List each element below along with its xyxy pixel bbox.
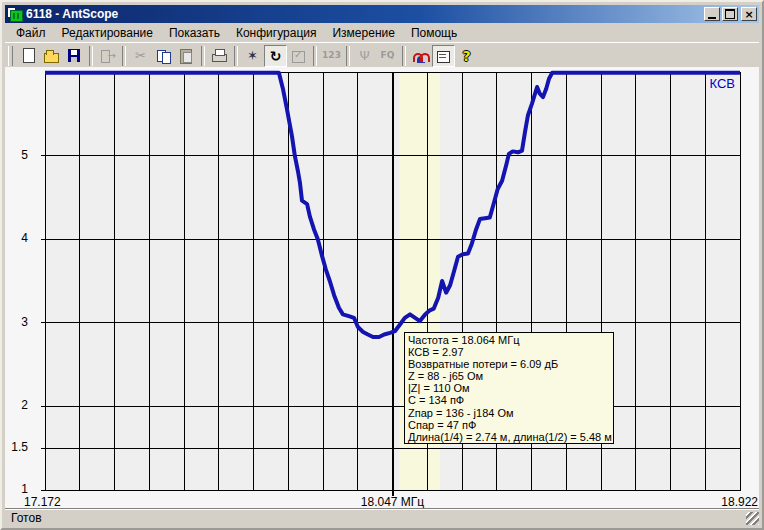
tooltip-line: Z = 88 - j65 Ом	[408, 370, 610, 382]
save-button[interactable]	[63, 45, 86, 67]
refresh-button[interactable]	[264, 45, 287, 67]
close-button[interactable]: ×	[741, 7, 757, 21]
circular-arrow-icon	[267, 48, 284, 64]
toolbar-separator	[346, 46, 350, 66]
star-burst-icon	[244, 48, 261, 64]
y-axis-label-2: 2	[5, 398, 28, 412]
maximize-icon	[725, 9, 735, 19]
menu-item-2[interactable]: Показать	[161, 25, 228, 42]
minimize-icon	[708, 17, 716, 19]
title-bar: 6118 - AntScope ×	[5, 5, 759, 23]
scissors-icon	[132, 48, 149, 64]
paste-button	[175, 45, 198, 67]
toolbar: 123FQ	[5, 42, 759, 68]
maximize-button[interactable]	[722, 7, 738, 21]
tooltip-line: C = 134 пФ	[408, 394, 610, 406]
question-mark-icon	[458, 48, 475, 64]
frequency-icon: FQ	[379, 48, 396, 64]
swr-series-label: КСВ	[710, 76, 736, 91]
open-button[interactable]	[40, 45, 63, 67]
toolbar-separator	[234, 46, 238, 66]
cut-button	[129, 45, 152, 67]
chart-client-area: 11.5234517.17218.047 МГц18.922 КСВ Часто…	[5, 67, 759, 509]
menu-item-0[interactable]: Файл	[8, 25, 54, 42]
wifi-button	[353, 45, 376, 67]
toolbar-separator	[122, 46, 126, 66]
open-folder-icon	[43, 48, 60, 64]
minimize-button[interactable]	[704, 7, 720, 21]
info-panel-icon	[435, 48, 452, 64]
x-axis-label-center: 18.047 МГц	[361, 495, 424, 509]
tooltip-line: Длина(1/4) = 2.74 м, длина(1/2) = 5.48 м	[408, 431, 610, 443]
tooltip-line: Спар = 47 пФ	[408, 419, 610, 431]
digits-icon: 123	[323, 48, 340, 64]
toolbar-separator	[402, 46, 406, 66]
printer-icon	[211, 48, 228, 64]
x-axis-label-right: 18.922	[721, 495, 758, 509]
tooltip-line: КСВ = 2.97	[408, 346, 610, 358]
notes-button[interactable]	[432, 45, 455, 67]
waves-button[interactable]	[409, 45, 432, 67]
fq-button: FQ	[376, 45, 399, 67]
chartcheck-button	[287, 45, 310, 67]
help-button[interactable]	[455, 45, 478, 67]
star-button[interactable]	[241, 45, 264, 67]
status-text: Готов	[11, 511, 42, 525]
export-button	[96, 45, 119, 67]
clipboard-icon	[178, 48, 195, 64]
tooltip-line: |Z| = 110 Ом	[408, 382, 610, 394]
y-axis-label-1.5: 1.5	[5, 440, 28, 454]
floppy-disk-icon	[66, 48, 83, 64]
toolbar-separator	[89, 46, 93, 66]
n123-button: 123	[320, 45, 343, 67]
y-axis-label-3: 3	[5, 315, 28, 329]
close-icon: ×	[744, 9, 753, 20]
x-axis-label-left: 17.172	[24, 495, 61, 509]
tooltip-line: Возвратные потери = 6.09 дБ	[408, 358, 610, 370]
toolbar-separator	[313, 46, 317, 66]
tooltip-line: Частота = 18.064 МГц	[408, 334, 610, 346]
antscope-app-icon	[7, 7, 23, 21]
analyzer-waves-icon	[412, 48, 429, 64]
resize-grip[interactable]	[746, 512, 759, 525]
measurement-tooltip: Частота = 18.064 МГцКСВ = 2.97Возвратные…	[404, 332, 614, 444]
menu-item-1[interactable]: Редактирование	[54, 25, 161, 42]
export-arrow-icon	[99, 48, 116, 64]
menu-item-3[interactable]: Конфигурация	[228, 25, 325, 42]
window-title: 6118 - AntScope	[26, 7, 704, 21]
toolbar-separator	[201, 46, 205, 66]
new-button[interactable]	[17, 45, 40, 67]
toolbar-drag-handle[interactable]	[8, 46, 13, 66]
chart-check-icon	[290, 48, 307, 64]
copy-button[interactable]	[152, 45, 175, 67]
menu-item-5[interactable]: Помощь	[403, 25, 465, 42]
blank-page-icon	[20, 48, 37, 64]
y-axis-label-5: 5	[5, 148, 28, 162]
antscope-window: 6118 - AntScope × ФайлРедактированиеПока…	[0, 0, 764, 530]
y-axis-label-1: 1	[5, 482, 28, 496]
two-pages-icon	[155, 48, 172, 64]
menu-item-4[interactable]: Измерение	[324, 25, 402, 42]
swr-chart	[5, 67, 759, 509]
menu-bar: ФайлРедактированиеПоказатьКонфигурацияИз…	[5, 24, 759, 42]
y-axis-label-4: 4	[5, 231, 28, 245]
print-button[interactable]	[208, 45, 231, 67]
antenna-signal-icon	[356, 48, 373, 64]
tooltip-line: Zпар = 136 - j184 Ом	[408, 407, 610, 419]
status-bar: Готов	[5, 508, 759, 525]
